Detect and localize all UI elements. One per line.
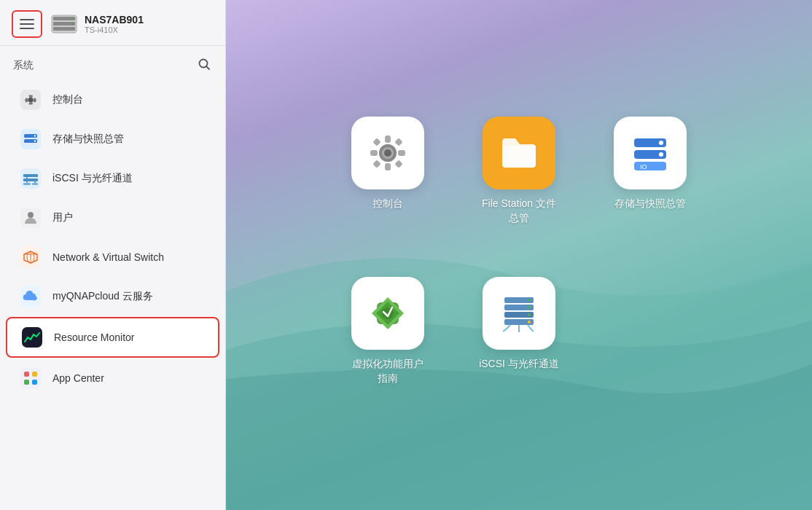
app-icon-control-panel [351,117,424,189]
device-model: TS-i410X [85,26,144,34]
svg-rect-17 [23,183,31,185]
svg-point-12 [34,135,36,136]
sidebar-item-app-center[interactable]: App Center [6,359,219,397]
sidebar-item-resource-monitor[interactable]: Resource Monitor [6,317,219,358]
resource-monitor-icon [20,326,44,349]
app-item-virtualization[interactable]: 虚拟化功能用户指南 [329,277,446,423]
svg-rect-38 [370,150,378,156]
app-label-file-station: File Station 文件总管 [482,197,556,225]
sidebar-item-iscsi[interactable]: iSCSI 与光纤通道 [6,160,219,197]
sidebar-item-user[interactable]: 用户 [6,199,219,237]
svg-rect-42 [372,160,380,168]
sidebar-item-control-panel-label: 控制台 [52,93,83,106]
svg-point-13 [34,140,36,141]
svg-rect-15 [23,174,38,177]
sidebar-item-storage[interactable]: 存储与快照总管 [6,120,219,158]
svg-rect-16 [23,178,38,181]
svg-rect-32 [24,380,29,385]
app-icon-iscsi-main [483,277,555,350]
apps-grid: 控制台 File Station 文件总管 IO [226,44,812,495]
svg-rect-36 [385,136,391,143]
svg-rect-39 [398,150,405,156]
section-label: 系统 [13,59,34,72]
svg-rect-18 [32,183,38,185]
app-label-control-panel: 控制台 [372,197,403,211]
network-icon [19,246,42,269]
iscsi-icon [19,167,42,190]
svg-rect-31 [32,372,37,377]
svg-point-61 [528,321,531,323]
app-item-file-station[interactable]: File Station 文件总管 [461,117,577,262]
svg-point-5 [71,23,73,24]
svg-rect-43 [394,160,402,168]
app-label-iscsi-main: iSCSI 与光纤通道 [479,357,559,372]
svg-rect-37 [385,163,391,170]
svg-rect-30 [24,372,29,377]
sidebar-item-storage-label: 存储与快照总管 [52,133,124,146]
app-label-storage-manager: 存储与快照总管 [614,197,686,211]
app-icon-file-station [483,117,555,189]
sidebar-items-list: 控制台 存储与快照总管 [0,79,225,510]
app-icon-virtualization [351,277,424,350]
cloud-icon [19,285,42,308]
sidebar-item-myqnapcloud-label: myQNAPcloud 云服务 [52,290,153,303]
svg-rect-3 [53,27,75,31]
app-center-icon [19,366,42,390]
sidebar-item-myqnapcloud[interactable]: myQNAPcloud 云服务 [6,278,219,315]
app-item-iscsi-main[interactable]: iSCSI 与光纤通道 [461,277,577,423]
svg-point-22 [28,212,34,218]
svg-rect-29 [20,368,41,388]
sidebar-item-resource-monitor-label: Resource Monitor [54,332,135,343]
sidebar-item-control-panel[interactable]: 控制台 [6,81,219,119]
svg-point-59 [528,306,531,309]
device-info: NAS7AB901 TS-i410X [51,14,144,34]
svg-point-58 [528,299,531,302]
app-icon-storage-manager: IO [614,117,687,189]
app-item-storage-manager[interactable]: IO 存储与快照总管 [592,117,708,262]
sidebar-item-network[interactable]: Network & Virtual Switch [6,238,219,276]
user-icon [19,206,42,230]
svg-point-60 [528,313,531,316]
svg-line-7 [207,67,210,70]
svg-point-4 [71,17,73,19]
sidebar-item-iscsi-label: iSCSI 与光纤通道 [52,172,133,185]
sidebar: NAS7AB901 TS-i410X 系统 控制台 [0,0,226,510]
svg-text:IO: IO [640,163,647,170]
main-content: 控制台 File Station 文件总管 IO [226,0,812,510]
app-label-virtualization: 虚拟化功能用户指南 [352,357,423,385]
storage-icon [19,128,42,151]
device-names: NAS7AB901 TS-i410X [85,14,144,34]
gear-icon [19,88,42,111]
search-button[interactable] [196,56,212,75]
device-name: NAS7AB901 [85,14,144,26]
svg-rect-40 [372,138,380,146]
svg-point-47 [659,141,663,145]
svg-rect-46 [634,162,666,170]
sidebar-item-network-label: Network & Virtual Switch [52,251,164,263]
svg-point-48 [659,152,663,157]
sidebar-item-app-center-label: App Center [52,372,104,384]
menu-button[interactable] [12,10,42,38]
app-item-control-panel[interactable]: 控制台 [329,117,446,262]
svg-rect-33 [32,380,37,385]
svg-point-6 [200,60,208,68]
sidebar-header: NAS7AB901 TS-i410X [0,0,225,46]
sidebar-item-user-label: 用户 [52,211,73,224]
nas-device-icon [51,14,77,34]
svg-point-35 [384,149,391,157]
sidebar-search-row: 系统 [0,46,225,79]
svg-rect-41 [394,138,402,146]
